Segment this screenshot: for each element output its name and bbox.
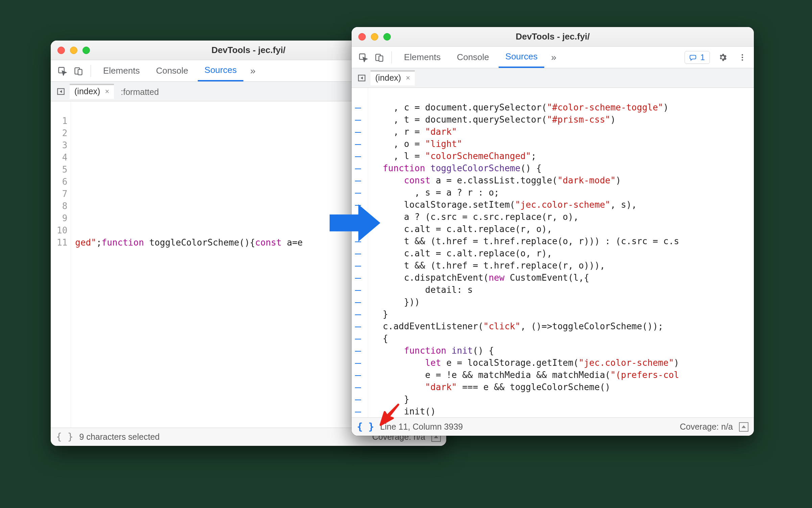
coverage-text: Coverage: n/a <box>680 422 733 432</box>
file-tab-label: (index) <box>74 86 100 96</box>
tab-elements[interactable]: Elements <box>96 60 146 81</box>
svg-point-8 <box>742 56 743 58</box>
tab-console[interactable]: Console <box>149 60 195 81</box>
tab-sources[interactable]: Sources <box>499 47 544 68</box>
inspect-icon[interactable] <box>356 51 370 64</box>
navigator-toggle-icon[interactable] <box>54 85 68 98</box>
issues-badge[interactable]: 1 <box>685 51 710 64</box>
svg-point-9 <box>742 59 743 60</box>
traffic-lights <box>57 47 90 54</box>
close-window-button[interactable] <box>57 47 65 54</box>
file-tab-index[interactable]: (index) × <box>371 70 415 86</box>
svg-point-7 <box>742 54 743 55</box>
window-title: DevTools - jec.fyi/ <box>352 31 754 42</box>
tab-bar: Elements Console Sources » 1 <box>352 47 754 68</box>
file-tabs: (index) × <box>352 68 754 88</box>
kebab-menu-icon[interactable] <box>736 51 749 64</box>
cursor-position: Line 11, Column 3939 <box>380 422 463 432</box>
code-content: , c = document.querySelector("#color-sch… <box>368 88 754 417</box>
devtools-window-right: DevTools - jec.fyi/ Elements Console Sou… <box>352 27 754 436</box>
drawer-toggle-icon[interactable] <box>739 422 748 432</box>
zoom-window-button[interactable] <box>82 47 90 54</box>
zoom-window-button[interactable] <box>383 33 391 41</box>
minimize-window-button[interactable] <box>371 33 378 41</box>
pretty-print-icon[interactable]: { } <box>56 431 73 442</box>
issues-count: 1 <box>700 53 705 62</box>
device-toggle-icon[interactable] <box>373 51 386 64</box>
status-bar: { } Line 11, Column 3939 Coverage: n/a <box>352 417 754 436</box>
tab-elements[interactable]: Elements <box>397 47 447 68</box>
close-icon[interactable]: × <box>105 87 109 96</box>
device-toggle-icon[interactable] <box>72 64 85 78</box>
navigator-toggle-icon[interactable] <box>355 71 368 85</box>
pretty-print-icon[interactable]: { } <box>357 421 374 432</box>
more-tabs-icon[interactable]: » <box>246 66 260 76</box>
minimize-window-button[interactable] <box>70 47 77 54</box>
file-tab-formatted[interactable]: :formatted <box>116 84 164 99</box>
traffic-lights <box>358 33 391 41</box>
svg-rect-2 <box>78 69 82 75</box>
close-icon[interactable]: × <box>406 74 410 82</box>
tab-sources[interactable]: Sources <box>198 60 243 81</box>
inspect-icon[interactable] <box>55 64 69 78</box>
more-tabs-icon[interactable]: » <box>547 52 560 63</box>
titlebar: DevTools - jec.fyi/ <box>352 27 754 47</box>
line-gutter: – – – – – – – – – – – – – – – – – – – – … <box>352 88 368 417</box>
file-tab-label: (index) <box>375 73 401 83</box>
status-text: 9 characters selected <box>79 432 160 442</box>
close-window-button[interactable] <box>358 33 366 41</box>
code-editor[interactable]: – – – – – – – – – – – – – – – – – – – – … <box>352 88 754 417</box>
line-gutter: 1 2 3 4 5 6 7 8 9 10 11 <box>51 101 71 428</box>
issues-icon <box>690 54 697 61</box>
settings-icon[interactable] <box>716 51 730 64</box>
tab-console[interactable]: Console <box>450 47 496 68</box>
svg-rect-6 <box>379 56 383 61</box>
file-tab-index[interactable]: (index) × <box>70 84 114 99</box>
file-tab-label: :formatted <box>121 87 159 97</box>
